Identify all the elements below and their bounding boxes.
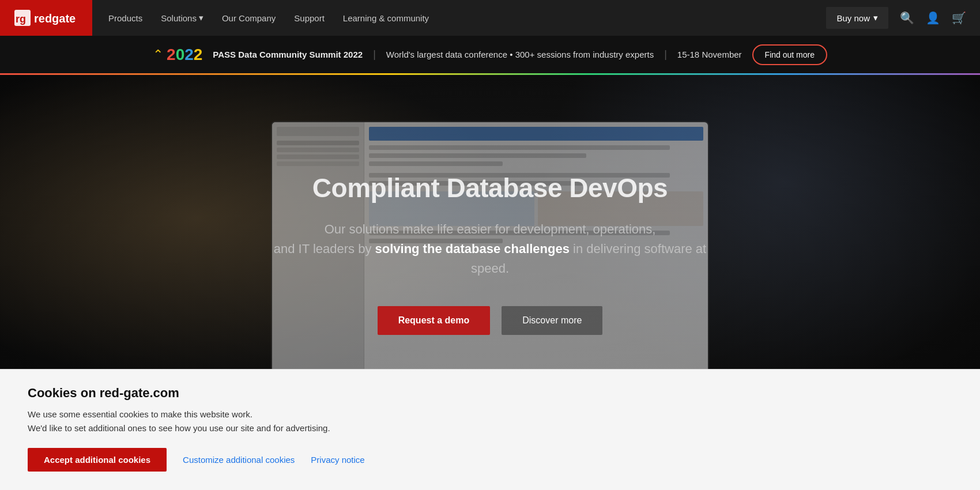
svg-text:redgate: redgate xyxy=(34,12,76,25)
separator-2: | xyxy=(664,48,667,61)
nav-support[interactable]: Support xyxy=(294,13,325,23)
find-out-more-button[interactable]: Find out more xyxy=(752,44,827,65)
customize-cookies-link[interactable]: Customize additional cookies xyxy=(183,455,295,465)
privacy-notice-link[interactable]: Privacy notice xyxy=(311,455,364,465)
chevron-down-icon: ▾ xyxy=(199,13,203,23)
hero-content: Compliant Database DevOps Our solutions … xyxy=(231,172,749,335)
hero-title: Compliant Database DevOps xyxy=(254,172,726,203)
announcement-bar: ⌃ 2022 PASS Data Community Summit 2022 |… xyxy=(0,36,980,75)
pass-logo: ⌃ 2022 xyxy=(153,46,202,64)
buy-now-button[interactable]: Buy now ▾ xyxy=(826,7,888,29)
hero-buttons: Request a demo Discover more xyxy=(254,306,726,335)
nav-products[interactable]: Products xyxy=(108,13,142,23)
svg-text:rg: rg xyxy=(16,13,26,25)
cookie-actions: Accept additional cookies Customize addi… xyxy=(28,448,952,472)
request-demo-button[interactable]: Request a demo xyxy=(378,306,491,335)
logo[interactable]: rg redgate xyxy=(0,0,92,36)
user-icon[interactable]: 👤 xyxy=(926,11,940,25)
nav-links: Products Solutions ▾ Our Company Support… xyxy=(92,13,826,23)
nav-our-company[interactable]: Our Company xyxy=(222,13,276,23)
discover-more-button[interactable]: Discover more xyxy=(502,306,602,335)
nav-right: Buy now ▾ 🔍 👤 🛒 xyxy=(826,7,980,29)
cookie-text: We use some essential cookies to make th… xyxy=(28,408,952,435)
hero-subtitle: Our solutions make life easier for devel… xyxy=(254,220,726,278)
accept-cookies-button[interactable]: Accept additional cookies xyxy=(28,448,167,472)
event-description: World's largest data conference • 300+ s… xyxy=(386,50,654,59)
search-icon[interactable]: 🔍 xyxy=(900,11,914,25)
pass-chevron-icon: ⌃ xyxy=(153,47,163,62)
cookie-title: Cookies on red-gate.com xyxy=(28,386,952,401)
nav-solutions[interactable]: Solutions ▾ xyxy=(161,13,203,23)
nav-learning-community[interactable]: Learning & community xyxy=(343,13,429,23)
cart-icon[interactable]: 🛒 xyxy=(952,11,966,25)
cookie-banner: Cookies on red-gate.com We use some esse… xyxy=(0,369,980,490)
event-dates: 15-18 November xyxy=(677,50,742,59)
separator-1: | xyxy=(373,48,376,61)
chevron-down-icon: ▾ xyxy=(873,13,878,23)
event-name: PASS Data Community Summit 2022 xyxy=(213,50,363,59)
main-nav: rg redgate Products Solutions ▾ Our Comp… xyxy=(0,0,980,36)
pass-year: 2022 xyxy=(167,46,202,64)
